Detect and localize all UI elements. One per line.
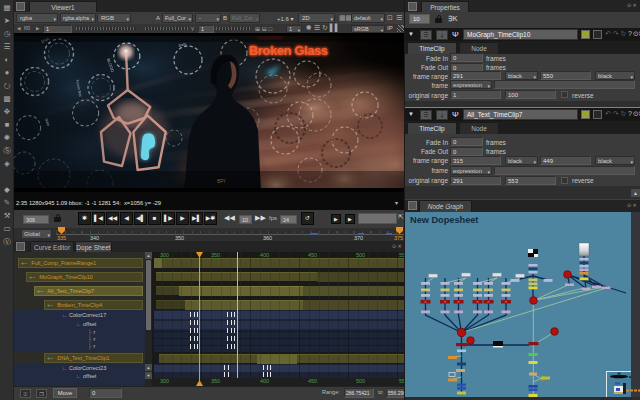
svg-text:New Dopesheet: New Dopesheet <box>410 215 478 225</box>
svg-text:Broken Glass: Broken Glass <box>249 43 328 58</box>
